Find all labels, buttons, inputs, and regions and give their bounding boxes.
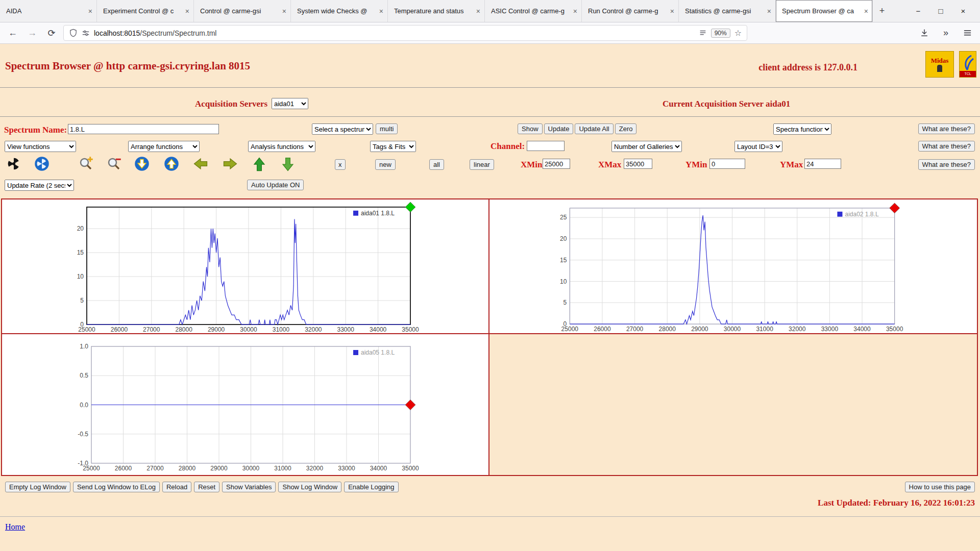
svg-text:30000: 30000 (724, 325, 741, 333)
url-text[interactable]: localhost:8015/Spectrum/Spectrum.tml (94, 29, 695, 37)
tab-label: System wide Checks @ (297, 7, 377, 15)
browser-tab[interactable]: Run Control @ carme-g× (582, 0, 679, 22)
url-bar[interactable]: localhost:8015/Spectrum/Spectrum.tml 90%… (63, 25, 747, 41)
spectrum-chart-aida01[interactable]: 2500026000270002800029000300003100032000… (2, 199, 488, 333)
what-are-these-button-1[interactable]: What are these? (918, 123, 975, 134)
all-button[interactable]: all (429, 159, 444, 170)
spectrum-chart-aida02[interactable]: 2500026000270002800029000300003100032000… (489, 199, 977, 333)
new-tab-button[interactable]: + (873, 0, 891, 22)
shield-icon[interactable] (69, 29, 78, 37)
reload-button[interactable]: Reload (162, 482, 191, 492)
svg-text:27000: 27000 (146, 465, 164, 472)
blue-arrow-down-circle-icon[interactable] (134, 156, 150, 171)
back-icon[interactable]: ← (5, 26, 20, 41)
reload-icon[interactable]: ⟳ (44, 26, 59, 41)
enable-logging-button[interactable]: Enable Logging (344, 482, 398, 492)
divider (0, 116, 980, 117)
reset-button[interactable]: Reset (194, 482, 219, 492)
how-to-use-button[interactable]: How to use this page (905, 482, 975, 492)
overflow-chevrons-icon[interactable]: » (938, 26, 953, 41)
update-all-button[interactable]: Update All (575, 123, 613, 134)
svg-text:-1.0: -1.0 (78, 460, 88, 467)
minimize-icon[interactable]: − (911, 7, 926, 15)
xmin-input[interactable] (543, 159, 570, 169)
browser-tab[interactable]: Control @ carme-gsi× (194, 0, 291, 22)
acquisition-server-select[interactable]: aida01 (272, 98, 308, 109)
arrange-functions-dropdown[interactable]: Arrange functions (128, 141, 200, 152)
tab-close-icon[interactable]: × (379, 7, 383, 15)
zero-button[interactable]: Zero (615, 123, 637, 134)
download-icon[interactable] (917, 26, 932, 41)
send-log-to-elog-button[interactable]: Send Log Window to ELog (73, 482, 160, 492)
browser-tab[interactable]: ASIC Control @ carme-g× (485, 0, 582, 22)
menu-icon[interactable] (960, 26, 975, 41)
forward-icon[interactable]: → (24, 26, 40, 41)
maximize-icon[interactable]: □ (933, 7, 948, 15)
site-info-icon[interactable] (82, 29, 90, 37)
xmax-input[interactable] (624, 159, 652, 169)
what-are-these-button-3[interactable]: What are these? (918, 159, 975, 170)
tab-close-icon[interactable]: × (864, 7, 868, 15)
tab-label: Control @ carme-gsi (200, 7, 280, 15)
ymin-input[interactable] (709, 159, 745, 169)
close-icon[interactable]: × (955, 7, 971, 15)
browser-tab[interactable]: Statistics @ carme-gsi× (679, 0, 776, 22)
x-button[interactable]: x (335, 159, 346, 170)
new-button[interactable]: new (375, 159, 396, 170)
tab-close-icon[interactable]: × (573, 7, 577, 15)
home-link[interactable]: Home (5, 522, 25, 532)
zoom-level-badge[interactable]: 90% (711, 29, 730, 38)
tab-close-icon[interactable]: × (185, 7, 189, 15)
tab-close-icon[interactable]: × (282, 7, 286, 15)
show-variables-button[interactable]: Show Variables (222, 482, 276, 492)
spectrum-name-input[interactable] (68, 124, 219, 134)
empty-log-window-button[interactable]: Empty Log Window (5, 482, 70, 492)
svg-text:33000: 33000 (337, 326, 355, 333)
arrow-down-icon[interactable] (280, 156, 296, 172)
svg-text:26000: 26000 (594, 325, 611, 333)
show-log-window-button[interactable]: Show Log Window (278, 482, 341, 492)
reader-mode-icon[interactable] (699, 29, 707, 37)
bookmark-star-icon[interactable]: ☆ (734, 28, 742, 38)
multi-button[interactable]: multi (376, 123, 398, 134)
auto-update-button[interactable]: Auto Update ON (247, 180, 304, 190)
tab-close-icon[interactable]: × (476, 7, 480, 15)
radiation-icon[interactable] (6, 156, 21, 171)
analysis-functions-dropdown[interactable]: Analysis functions (248, 141, 315, 152)
zoom-out-icon[interactable] (106, 156, 121, 171)
browser-tab[interactable]: AIDA× (0, 0, 97, 22)
svg-text:15: 15 (77, 249, 84, 256)
channel-input[interactable] (527, 141, 565, 151)
update-button[interactable]: Update (544, 123, 574, 134)
tab-close-icon[interactable]: × (88, 7, 92, 15)
browser-tab[interactable]: System wide Checks @× (291, 0, 388, 22)
tcl-powered-logo[interactable]: TCL (959, 51, 976, 78)
ymax-input[interactable] (804, 159, 841, 169)
select-a-spectrum-dropdown[interactable]: Select a spectrum (312, 123, 373, 135)
spectrum-chart-aida05[interactable]: 2500026000270002800029000300003100032000… (2, 334, 488, 475)
tab-close-icon[interactable]: × (670, 7, 674, 15)
view-functions-dropdown[interactable]: View functions (5, 141, 76, 152)
blue-arrow-up-circle-icon[interactable] (164, 156, 179, 171)
tags-fits-dropdown[interactable]: Tags & Fits (370, 141, 416, 152)
browser-tab-active[interactable]: Spectrum Browser @ ca× (776, 0, 873, 22)
show-button[interactable]: Show (518, 123, 543, 134)
arrow-up-icon[interactable] (252, 156, 267, 172)
arrow-left-icon[interactable] (192, 156, 209, 171)
update-rate-dropdown[interactable]: Update Rate (2 secs) (5, 180, 74, 191)
layout-id-dropdown[interactable]: Layout ID=3 (734, 141, 782, 152)
fan-icon[interactable] (34, 156, 50, 171)
midas-logo[interactable]: Midas (925, 51, 954, 78)
tab-close-icon[interactable]: × (767, 7, 771, 15)
spectra-functions-dropdown[interactable]: Spectra functions (773, 123, 831, 135)
zoom-in-icon[interactable] (78, 156, 93, 171)
arrow-right-icon[interactable] (222, 156, 238, 171)
spectrum-name-label: Spectrum Name: (4, 125, 67, 135)
svg-text:aida01 1.8.L: aida01 1.8.L (361, 210, 395, 217)
browser-tab[interactable]: Experiment Control @ c× (97, 0, 194, 22)
linear-button[interactable]: linear (470, 159, 494, 170)
what-are-these-button-2[interactable]: What are these? (918, 141, 975, 152)
browser-tab[interactable]: Temperature and status× (388, 0, 485, 22)
svg-text:33000: 33000 (338, 465, 355, 472)
number-of-galleries-dropdown[interactable]: Number of Galleries (611, 141, 682, 152)
